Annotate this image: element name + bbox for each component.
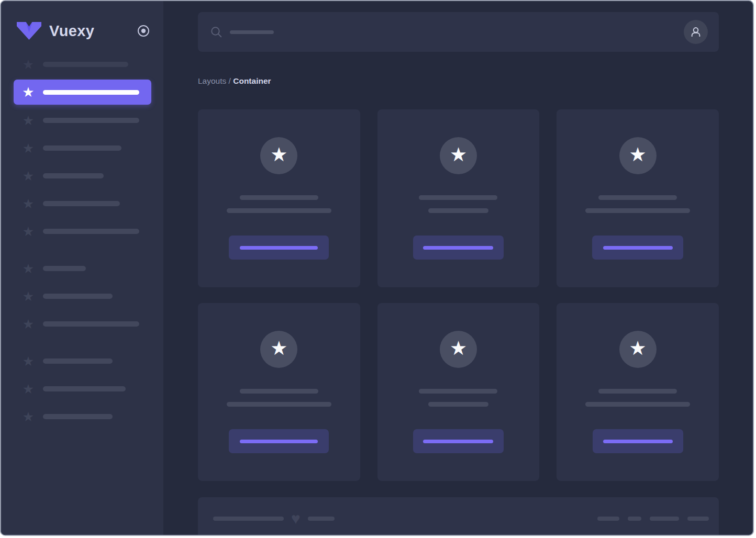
breadcrumb-layouts[interactable]: Layouts bbox=[198, 76, 226, 85]
sidebar-item-skeleton[interactable]: ★ bbox=[22, 114, 151, 127]
card-subtitle-bar bbox=[428, 402, 488, 407]
card-avatar-circle: ★ bbox=[619, 137, 657, 174]
card-subtitle-bar bbox=[428, 208, 488, 213]
card-title-bar bbox=[598, 195, 677, 200]
brand-title: Vuexy bbox=[49, 24, 94, 39]
app-window: Vuexy ★★★★★★★★★★★★★ Layouts / Contai bbox=[0, 0, 754, 536]
card-subtitle-bar bbox=[227, 402, 331, 407]
sidebar-item-label-bar bbox=[43, 62, 128, 67]
sidebar-item-skeleton[interactable]: ★ bbox=[22, 197, 151, 210]
star-icon: ★ bbox=[450, 145, 467, 166]
sidebar-item-label-bar bbox=[43, 266, 86, 271]
star-icon: ★ bbox=[22, 318, 35, 330]
search-icon bbox=[210, 26, 222, 38]
skeleton-card: ★ bbox=[198, 303, 360, 481]
star-icon: ★ bbox=[22, 290, 35, 302]
footer-link-bar bbox=[597, 517, 619, 521]
footer: ♥ bbox=[198, 497, 719, 535]
star-icon: ★ bbox=[22, 58, 35, 71]
skeleton-card: ★ bbox=[557, 109, 719, 287]
sidebar-item-skeleton[interactable]: ★ bbox=[22, 383, 151, 395]
star-icon: ★ bbox=[22, 170, 35, 182]
card-avatar-circle: ★ bbox=[619, 331, 657, 368]
footer-link-bar bbox=[687, 517, 709, 521]
sidebar-item-active[interactable]: ★ bbox=[14, 80, 151, 105]
sidebar-item-label-bar bbox=[43, 145, 121, 151]
button-label-bar bbox=[240, 440, 318, 443]
footer-link-bar bbox=[628, 517, 641, 521]
card-avatar-circle: ★ bbox=[260, 137, 297, 174]
footer-link-bar bbox=[650, 517, 679, 521]
star-icon: ★ bbox=[270, 339, 287, 360]
card-action-button[interactable] bbox=[229, 429, 329, 453]
card-grid: ★★★★★★ bbox=[198, 109, 719, 481]
sidebar-item-skeleton[interactable]: ★ bbox=[22, 225, 151, 238]
card-action-button[interactable] bbox=[413, 429, 504, 453]
card-action-button[interactable] bbox=[413, 236, 504, 260]
star-icon: ★ bbox=[629, 145, 647, 166]
star-icon: ★ bbox=[22, 197, 35, 210]
card-subtitle-bar bbox=[585, 402, 690, 407]
sidebar-header: Vuexy bbox=[1, 1, 163, 40]
card-subtitle-bar bbox=[227, 208, 331, 213]
skeleton-card: ★ bbox=[377, 109, 540, 287]
star-icon: ★ bbox=[22, 262, 35, 275]
sidebar-item-skeleton[interactable]: ★ bbox=[22, 58, 151, 71]
star-icon: ★ bbox=[22, 86, 35, 98]
sidebar-item-label-bar bbox=[43, 229, 139, 234]
card-title-bar bbox=[419, 195, 497, 200]
button-label-bar bbox=[423, 246, 493, 250]
user-avatar[interactable] bbox=[684, 20, 708, 44]
sidebar: Vuexy ★★★★★★★★★★★★★ bbox=[1, 1, 163, 535]
sidebar-item-skeleton[interactable]: ★ bbox=[22, 170, 151, 182]
sidebar-item-skeleton[interactable]: ★ bbox=[22, 355, 151, 367]
star-icon: ★ bbox=[22, 355, 35, 367]
main-content: Layouts / Container ★★★★★★ ♥ bbox=[163, 1, 753, 535]
sidebar-item-skeleton[interactable]: ★ bbox=[22, 410, 151, 423]
breadcrumb-separator: / bbox=[226, 76, 233, 85]
sidebar-item-label-bar bbox=[43, 321, 139, 327]
card-action-button[interactable] bbox=[593, 429, 683, 453]
card-title-bar bbox=[240, 389, 318, 394]
sidebar-item-label-bar bbox=[43, 358, 113, 364]
footer-links bbox=[597, 517, 709, 521]
button-label-bar bbox=[423, 440, 493, 443]
sidebar-pin-toggle-icon[interactable] bbox=[137, 25, 150, 37]
sidebar-item-skeleton[interactable]: ★ bbox=[22, 262, 151, 275]
sidebar-item-label-bar bbox=[43, 118, 139, 123]
card-action-button[interactable] bbox=[592, 236, 683, 260]
skeleton-card: ★ bbox=[377, 303, 540, 481]
search-bar[interactable] bbox=[198, 12, 719, 52]
breadcrumb: Layouts / Container bbox=[198, 77, 719, 85]
button-label-bar bbox=[240, 246, 318, 250]
skeleton-card: ★ bbox=[557, 303, 719, 481]
heart-icon: ♥ bbox=[291, 511, 301, 526]
card-title-bar bbox=[240, 195, 318, 200]
sidebar-item-label-bar bbox=[43, 414, 113, 419]
sidebar-item-skeleton[interactable]: ★ bbox=[22, 142, 151, 154]
star-icon: ★ bbox=[22, 410, 35, 423]
sidebar-item-skeleton[interactable]: ★ bbox=[22, 290, 151, 302]
sidebar-item-label-bar bbox=[43, 386, 126, 391]
person-icon bbox=[689, 25, 703, 39]
vuexy-logo-icon bbox=[17, 22, 41, 40]
sidebar-item-label-bar bbox=[43, 201, 120, 206]
sidebar-menu: ★★★★★★★★★★★★★ bbox=[1, 58, 163, 423]
star-icon: ★ bbox=[22, 383, 35, 395]
search-input-placeholder-bar[interactable] bbox=[230, 30, 274, 34]
star-icon: ★ bbox=[22, 225, 35, 238]
sidebar-item-label-bar bbox=[43, 294, 113, 299]
star-icon: ★ bbox=[22, 114, 35, 127]
sidebar-item-label-bar bbox=[43, 90, 139, 95]
star-icon: ★ bbox=[270, 145, 287, 166]
card-avatar-circle: ★ bbox=[440, 137, 477, 174]
star-icon: ★ bbox=[450, 339, 467, 360]
card-avatar-circle: ★ bbox=[260, 331, 297, 368]
sidebar-item-skeleton[interactable]: ★ bbox=[22, 318, 151, 330]
card-title-bar bbox=[598, 389, 677, 394]
card-action-button[interactable] bbox=[229, 236, 329, 260]
footer-copyright-bar bbox=[213, 517, 284, 521]
breadcrumb-current: Container bbox=[233, 76, 271, 85]
card-title-bar bbox=[419, 389, 497, 394]
button-label-bar bbox=[603, 440, 673, 443]
